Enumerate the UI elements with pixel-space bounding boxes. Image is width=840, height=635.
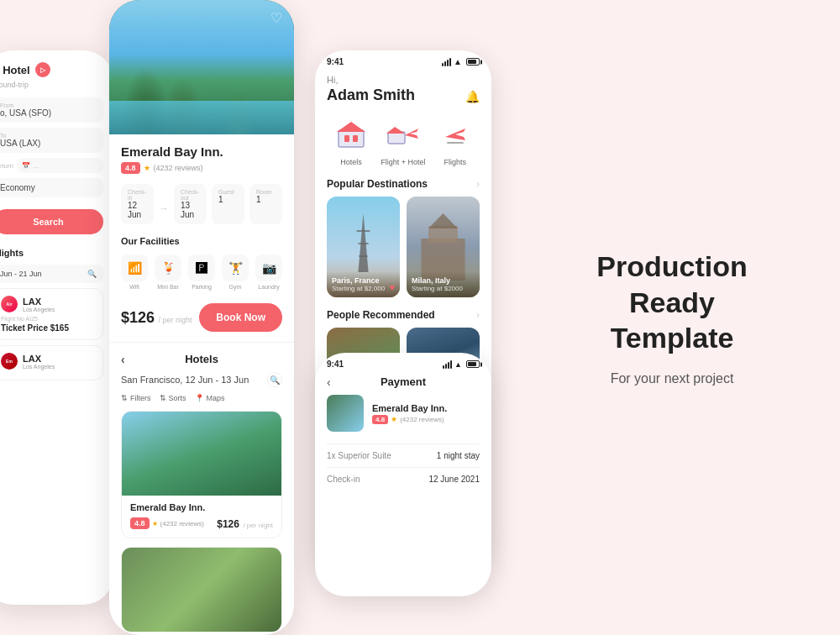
paris-heart[interactable]: ♥ xyxy=(389,282,395,292)
phone-flight-search: + Hotel Round-trip From o, USA (SFO) To … xyxy=(0,50,113,605)
svg-rect-4 xyxy=(388,132,405,144)
facilities-row: 📶 Wifi 🍹 Mini Bar 🅿 Parking 🏋 Gym 📷 Laun… xyxy=(121,255,282,290)
search-icon[interactable]: 🔍 xyxy=(267,372,282,387)
class-select[interactable]: Economy xyxy=(0,178,103,197)
checkin-field[interactable]: Check-in 12 Jun xyxy=(121,184,154,224)
popular-section-header: Popular Destinations › xyxy=(327,178,480,190)
phone-hotel-detail: ♡ Emerald Bay Inn. 4.8 ★ (4232 reviews) … xyxy=(109,0,294,635)
wifi-icon-p4: ▲ xyxy=(454,360,462,369)
payment-rating-badge: 4.8 xyxy=(372,415,388,424)
svg-rect-0 xyxy=(339,130,364,147)
phone-payment: 9:41 ▲ ‹ Payment Emerald Bay Inn. 4.8 ★ … xyxy=(315,353,491,596)
search-button[interactable]: Search xyxy=(0,209,103,234)
room-field[interactable]: Room 1 xyxy=(249,184,282,224)
date-input[interactable]: 📅 ... xyxy=(17,158,103,173)
payment-header: ‹ Payment xyxy=(315,369,491,395)
user-name: Adam Smith xyxy=(327,87,480,104)
book-now-button[interactable]: Book Now xyxy=(199,303,282,332)
status-time: 9:41 xyxy=(327,57,344,66)
payment-back-button[interactable]: ‹ xyxy=(327,375,331,389)
status-bar: 9:41 ▲ xyxy=(315,50,491,66)
hotel-name: Emerald Bay Inn. xyxy=(121,144,282,159)
emirates-logo: Em xyxy=(1,353,18,370)
payment-divider-1 xyxy=(327,443,480,444)
maps-button[interactable]: 📍 Maps xyxy=(195,394,225,402)
svg-marker-3 xyxy=(337,122,365,132)
greeting-text: Hi, xyxy=(327,75,480,85)
destination-paris[interactable]: Paris, France Starting at $2,000 ♥ xyxy=(327,197,400,297)
category-flights[interactable]: Flights xyxy=(436,116,475,166)
payment-rating-row: 4.8 ★ (4232 reviews) xyxy=(372,415,447,424)
right-panel: Production Ready Template For your next … xyxy=(554,249,790,386)
right-title: Production Ready Template xyxy=(554,249,790,356)
hotel-rating-row: 4.8 ★ (4232 reviews) xyxy=(121,162,282,174)
destination-milan[interactable]: Milan, Italy Starting at $2000 xyxy=(407,197,480,297)
hotel-list-search-row: San Francisco, 12 Jun - 13 Jun 🔍 xyxy=(109,372,294,394)
laundry-icon: 📷 xyxy=(255,255,282,281)
send-icon xyxy=(35,62,50,77)
milan-overlay: Milan, Italy Starting at $2000 xyxy=(407,271,480,297)
facility-laundry: 📷 Laundry xyxy=(255,255,282,290)
svg-marker-5 xyxy=(386,127,405,134)
facilities-title: Our Facilities xyxy=(121,236,282,246)
checkout-field[interactable]: Check-out 13 Jun xyxy=(174,184,207,224)
gym-icon: 🏋 xyxy=(222,255,249,281)
back-button[interactable]: ‹ xyxy=(121,353,125,366)
date-arrow: → xyxy=(159,192,169,224)
hero-pool xyxy=(109,101,294,134)
flight-card-2[interactable]: Em LAX Los Angeles xyxy=(0,345,103,380)
hotel-card-info-1: Emerald Bay Inn. 4.8 ★ (4232 reviews) $1… xyxy=(122,496,281,538)
hotel-card-image-2 xyxy=(122,548,281,632)
minibar-icon: 🍹 xyxy=(155,255,181,281)
hotels-icon xyxy=(332,116,370,155)
hotel-list-card-2[interactable] xyxy=(121,547,282,632)
payment-time: 9:41 xyxy=(327,359,344,369)
sorts-button[interactable]: ⇅ Sorts xyxy=(160,394,186,402)
rating-badge: 4.8 xyxy=(121,162,140,174)
popular-arrow[interactable]: › xyxy=(476,178,480,190)
payment-checkin-row: Check-in 12 June 2021 xyxy=(327,475,480,484)
payment-suite-row: 1x Superior Suite 1 night stay xyxy=(327,451,480,460)
booking-dates-row: Check-in 12 Jun → Check-out 13 Jun Guest… xyxy=(121,184,282,224)
recommended-arrow[interactable]: › xyxy=(476,309,480,321)
favorite-icon[interactable]: ♡ xyxy=(270,10,282,26)
parking-icon: 🅿 xyxy=(188,255,215,281)
airasia-logo: Air xyxy=(1,296,18,312)
flight-card-1[interactable]: Air LAX Los Angeles Flight No AI25 Ticke… xyxy=(0,288,103,340)
facility-minibar: 🍹 Mini Bar xyxy=(155,255,181,290)
card-rating-badge: 4.8 xyxy=(130,517,150,529)
card-rating: 4.8 ★ (4232 reviews) xyxy=(130,517,204,529)
hotel-list-header: ‹ Hotels xyxy=(109,343,294,372)
hotel-image-bg1 xyxy=(122,412,281,496)
hotel-card-image-1 xyxy=(122,412,281,496)
category-flight-hotel[interactable]: Flight + Hotel xyxy=(381,116,425,166)
notification-bell[interactable]: 🔔 xyxy=(465,90,480,103)
facility-gym: 🏋 Gym xyxy=(222,255,249,290)
hotel-card-rating-price: 4.8 ★ (4232 reviews) $126 / per night xyxy=(130,516,273,531)
facility-wifi: 📶 Wifi xyxy=(121,255,148,290)
payment-hotel-row: Emerald Bay Inn. 4.8 ★ (4232 reviews) xyxy=(327,395,480,432)
svg-rect-2 xyxy=(353,135,358,142)
battery-icon xyxy=(466,58,480,66)
destinations-row: Paris, France Starting at $2,000 ♥ xyxy=(327,197,480,297)
phone1-trip-type: Round-trip xyxy=(0,81,103,89)
from-field[interactable]: From o, USA (SFO) xyxy=(0,97,103,123)
svg-rect-10 xyxy=(358,243,368,244)
hotel-list-card-1[interactable]: Emerald Bay Inn. 4.8 ★ (4232 reviews) $1… xyxy=(121,411,282,538)
payment-status-bar: 9:41 ▲ xyxy=(315,353,491,369)
price-section: $126 / per night xyxy=(121,309,192,327)
svg-rect-11 xyxy=(359,255,367,257)
svg-rect-1 xyxy=(344,135,349,142)
category-hotels[interactable]: Hotels xyxy=(332,116,370,166)
recommended-section-header: People Recommended › xyxy=(327,309,480,321)
facility-parking: 🅿 Parking xyxy=(188,255,215,290)
price-book-row: $126 / per night Book Now xyxy=(121,303,282,332)
filters-button[interactable]: ⇅ Filters xyxy=(121,394,151,402)
flight-route-field[interactable]: Jun - 21 Jun 🔍 xyxy=(0,265,103,283)
return-date-row: Return 📅 ... xyxy=(0,158,103,173)
wifi-icon: 📶 xyxy=(121,255,148,281)
payment-status-icons: ▲ xyxy=(443,360,480,369)
to-field[interactable]: To USA (LAX) xyxy=(0,128,103,153)
battery-icon-p4 xyxy=(466,360,480,368)
guest-field[interactable]: Guest 1 xyxy=(212,184,244,224)
